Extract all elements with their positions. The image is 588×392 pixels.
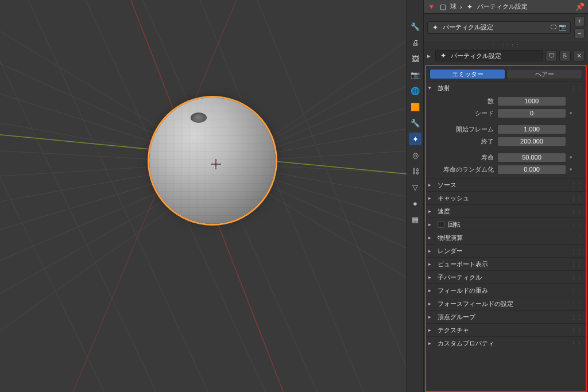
- panel-viewport-title: ビューポート表示: [438, 260, 488, 269]
- panel-textures-header[interactable]: テクスチャ⋮⋮: [426, 324, 586, 336]
- panel-grip-icon[interactable]: ⋮⋮: [571, 288, 582, 294]
- panel-custom-props-header[interactable]: カスタムプロパティ⋮⋮: [426, 337, 586, 350]
- dot-anim[interactable]: [570, 168, 572, 170]
- add-particle-system-button[interactable]: +: [574, 16, 585, 26]
- panel-force-field-header[interactable]: フォースフィールドの設定⋮⋮: [426, 297, 586, 310]
- disclosure-right-icon: [428, 327, 434, 333]
- panel-field-weights-header[interactable]: フィールドの重み⋮⋮: [426, 284, 586, 297]
- label-lifetime: 寿命: [431, 153, 494, 162]
- panel-grip-icon[interactable]: ⋮⋮: [571, 85, 582, 91]
- panel-grip-icon[interactable]: ⋮⋮: [571, 222, 582, 228]
- particle-slot-name: パーティクル設定: [443, 23, 493, 32]
- properties-region: 🔧 🖨 🖼 📷 🌐 🟧 🔧 ✦ ◎ ⛓ ▽ ● ▦ 🔻 ▢ 球 › ✦ パーティ…: [407, 0, 588, 392]
- mesh-sphere[interactable]: [149, 98, 276, 224]
- material-tab-icon[interactable]: ●: [409, 197, 421, 209]
- unlink-datablock-button[interactable]: ✕: [573, 50, 585, 61]
- remove-particle-system-button[interactable]: −: [574, 28, 585, 38]
- panel-grip-icon[interactable]: ⋮⋮: [571, 195, 582, 201]
- panel-cache-header[interactable]: キャッシュ⋮⋮: [426, 192, 586, 204]
- breadcrumb-settings: パーティクル設定: [477, 2, 528, 11]
- field-lifetime-rand[interactable]: 0.000: [497, 165, 566, 174]
- panel-vertex-groups-header[interactable]: 頂点グループ⋮⋮: [426, 311, 586, 323]
- field-seed[interactable]: 0: [497, 108, 566, 118]
- label-frame-start: 開始フレーム: [431, 125, 494, 134]
- particles-tab-icon[interactable]: ✦: [409, 133, 421, 145]
- constraint-tab-icon[interactable]: ⛓: [409, 165, 421, 177]
- viewlayer-tab-icon[interactable]: 🖼: [409, 52, 421, 65]
- disclosure-right-icon: [428, 248, 434, 254]
- breadcrumb: 🔻 ▢ 球 › ✦ パーティクル設定 📌: [424, 0, 588, 14]
- panel-grip-icon[interactable]: ⋮⋮: [571, 248, 582, 254]
- svg-line-15: [253, 0, 407, 367]
- slot-camera-icon[interactable]: 📷: [559, 24, 567, 31]
- datablock-name: パーティクル設定: [451, 52, 501, 60]
- panel-emission-header[interactable]: 放射 ⋮⋮: [426, 81, 586, 94]
- mesh-tab-icon[interactable]: ▽: [409, 181, 421, 193]
- properties-tab-rail: 🔧 🖨 🖼 📷 🌐 🟧 🔧 ✦ ◎ ⛓ ▽ ● ▦: [407, 0, 424, 392]
- disclosure-right-icon: [428, 208, 434, 214]
- svg-line-16: [0, 0, 161, 392]
- render-tab-icon[interactable]: 🔧: [409, 20, 421, 33]
- panel-children-header[interactable]: 子パーティクル⋮⋮: [426, 271, 586, 284]
- particle-slot[interactable]: ✦ パーティクル設定 🖵 📷: [427, 21, 571, 34]
- breadcrumb-sep: ›: [460, 3, 462, 10]
- panel-grip-icon[interactable]: ⋮⋮: [571, 235, 582, 241]
- dot-anim[interactable]: [570, 156, 572, 158]
- panel-field-weights-title: フィールドの重み: [438, 286, 488, 295]
- particle-type-tabs: エミッター ヘアー: [426, 66, 586, 81]
- datablock-expand-icon[interactable]: ▸: [427, 52, 433, 60]
- panel-grip-icon[interactable]: ⋮⋮: [571, 314, 582, 320]
- output-tab-icon[interactable]: 🖨: [409, 36, 421, 49]
- field-number[interactable]: 1000: [497, 96, 566, 106]
- dropdown-icon[interactable]: 🔻: [427, 3, 435, 11]
- dot-anim[interactable]: [570, 112, 572, 114]
- panel-custom-props-title: カスタムプロパティ: [438, 339, 494, 348]
- fake-user-button[interactable]: 🛡: [546, 50, 557, 61]
- panel-rotation-title: 回転: [448, 220, 461, 229]
- panel-grip-icon[interactable]: ⋮⋮: [571, 274, 582, 281]
- scene-tab-icon[interactable]: 📷: [409, 68, 421, 81]
- tab-hair[interactable]: ヘアー: [506, 69, 582, 79]
- panel-source-header[interactable]: ソース⋮⋮: [426, 178, 586, 191]
- world-tab-icon[interactable]: 🌐: [409, 84, 421, 97]
- panel-grip-icon[interactable]: ⋮⋮: [571, 182, 582, 188]
- field-lifetime[interactable]: 50.000: [497, 153, 566, 162]
- rotation-checkbox[interactable]: [438, 221, 444, 228]
- disclosure-right-icon: [428, 301, 434, 306]
- datablock-row: ▸ ✦ パーティクル設定 🛡 ⎘ ✕: [424, 49, 588, 64]
- drag-handle[interactable]: : : : : : :: [424, 41, 588, 49]
- panel-grip-icon[interactable]: ⋮⋮: [571, 261, 582, 267]
- physics-tab-icon[interactable]: ◎: [409, 149, 421, 161]
- panel-grip-icon[interactable]: ⋮⋮: [571, 208, 582, 215]
- viewport-3d[interactable]: [0, 0, 407, 392]
- settings-highlight-box: エミッター ヘアー 放射 ⋮⋮ 数 1000 シード 0: [425, 65, 587, 392]
- panel-grip-icon[interactable]: ⋮⋮: [571, 301, 582, 307]
- particle-icon: ✦: [466, 3, 474, 11]
- texture-tab-icon[interactable]: ▦: [409, 213, 421, 226]
- panel-viewport-header[interactable]: ビューポート表示⋮⋮: [426, 258, 586, 270]
- disclosure-right-icon: [428, 288, 434, 293]
- sphere-wireframe: [149, 98, 276, 224]
- panel-velocity-header[interactable]: 速度⋮⋮: [426, 205, 586, 218]
- panel-grip-icon[interactable]: ⋮⋮: [571, 327, 582, 333]
- modifier-tab-icon[interactable]: 🔧: [409, 117, 421, 129]
- pin-icon[interactable]: 📌: [575, 2, 585, 11]
- datablock-name-field[interactable]: ✦ パーティクル設定: [435, 50, 543, 61]
- tab-emitter[interactable]: エミッター: [430, 69, 505, 79]
- object-tab-icon[interactable]: 🟧: [409, 100, 421, 113]
- particle-slot-icon: ✦: [431, 24, 439, 32]
- panel-grip-icon[interactable]: ⋮⋮: [571, 340, 582, 347]
- field-frame-end[interactable]: 200.000: [497, 137, 566, 146]
- panel-rotation-header[interactable]: 回転⋮⋮: [426, 218, 586, 231]
- slot-screen-icon[interactable]: 🖵: [550, 24, 556, 31]
- label-frame-end: 終了: [431, 137, 494, 146]
- panel-render-header[interactable]: レンダー⋮⋮: [426, 244, 586, 257]
- new-datablock-button[interactable]: ⎘: [559, 50, 571, 61]
- disclosure-right-icon: [428, 274, 434, 280]
- label-seed: シード: [431, 109, 494, 118]
- panel-physics-header[interactable]: 物理演算⋮⋮: [426, 231, 586, 244]
- panel-force-field-title: フォースフィールドの設定: [438, 300, 513, 308]
- panel-physics-title: 物理演算: [438, 234, 463, 242]
- field-frame-start[interactable]: 1.000: [497, 125, 566, 134]
- panel-textures-title: テクスチャ: [438, 326, 469, 335]
